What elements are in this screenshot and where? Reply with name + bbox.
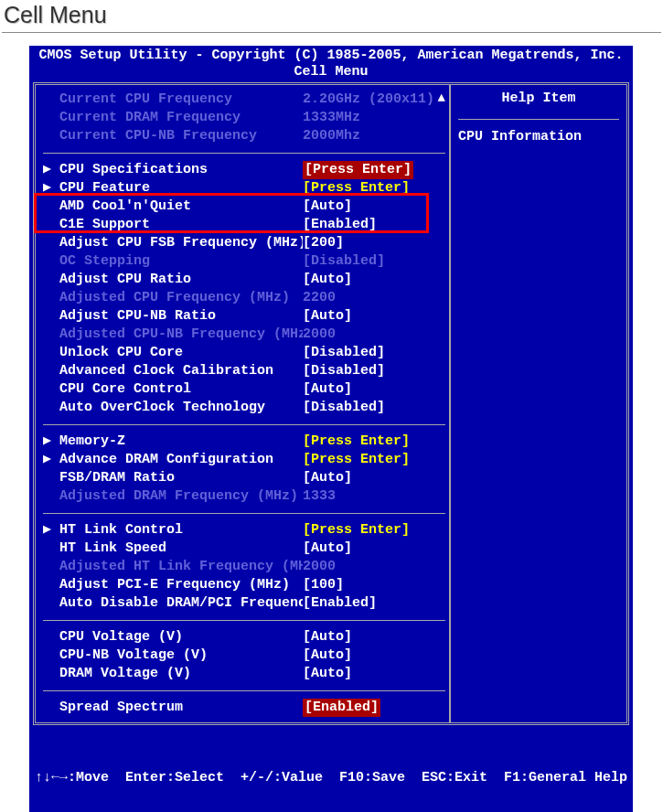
left-pane: ▲ Current CPU Frequency2.20GHz (200x11) … — [36, 85, 451, 722]
menu-label: DRAM Voltage (V) — [43, 665, 303, 683]
menu-row[interactable]: CPU Voltage (V)[Auto] — [43, 628, 445, 646]
menu-value: 1333MHz — [303, 109, 445, 127]
indent — [43, 594, 59, 613]
indent — [43, 699, 59, 717]
separator — [43, 424, 445, 425]
menu-row[interactable]: ▶ CPU Feature[Press Enter] — [43, 179, 445, 198]
separator — [43, 513, 445, 514]
menu-row[interactable]: C1E Support[Enabled] — [43, 216, 445, 234]
menu-row[interactable]: DRAM Voltage (V)[Auto] — [43, 665, 445, 683]
menu-row[interactable]: Auto OverClock Technology[Disabled] — [43, 399, 445, 417]
menu-label: CPU Core Control — [43, 380, 303, 399]
footer-bar: ↑↓←→:Move Enter:Select +/-/:Value F10:Sa… — [29, 727, 633, 812]
menu-value[interactable]: [Auto] — [303, 271, 445, 289]
indent — [43, 271, 59, 289]
menu-row[interactable]: CPU-NB Voltage (V)[Auto] — [43, 646, 445, 665]
menu-label: Adjust CPU Ratio — [43, 271, 303, 289]
indent — [43, 344, 59, 362]
menu-label: Current CPU Frequency — [43, 91, 303, 109]
menu-value: 2000 — [303, 558, 445, 576]
menu-row: Adjusted CPU Frequency (MHz)2200 — [43, 289, 445, 307]
scroll-up-icon[interactable]: ▲ — [438, 91, 445, 105]
help-title: Help Item — [458, 91, 619, 120]
menu-label: Adjust PCI-E Frequency (MHz) — [43, 576, 303, 594]
indent — [43, 628, 59, 646]
menu-row[interactable]: Unlock CPU Core[Disabled] — [43, 344, 445, 362]
menu-label: ▶ CPU Feature — [43, 179, 303, 198]
menu-label: Advanced Clock Calibration — [43, 362, 303, 380]
menu-value[interactable]: [Auto] — [303, 469, 445, 487]
menu-value[interactable]: [Press Enter] — [303, 161, 445, 179]
menu-value[interactable]: [Press Enter] — [303, 451, 445, 469]
indent — [43, 216, 59, 234]
submenu-arrow-icon: ▶ — [43, 161, 59, 179]
separator — [43, 153, 445, 154]
menu-value[interactable]: [Press Enter] — [303, 521, 445, 540]
indent — [43, 289, 59, 307]
menu-row[interactable]: Auto Disable DRAM/PCI Frequency[Enabled] — [43, 594, 445, 613]
indent — [43, 540, 59, 558]
menu-row[interactable]: AMD Cool'n'Quiet[Auto] — [43, 198, 445, 216]
menu-row[interactable]: ▶ Memory-Z[Press Enter] — [43, 433, 445, 451]
bios-window: CMOS Setup Utility - Copyright (C) 1985-… — [29, 46, 633, 812]
menu-row[interactable]: ▶ CPU Specifications[Press Enter] — [43, 161, 445, 179]
menu-value: 2200 — [303, 289, 445, 307]
indent — [43, 109, 59, 127]
menu-value[interactable]: [Auto] — [303, 380, 445, 399]
menu-label: ▶ Advance DRAM Configuration — [43, 451, 303, 469]
menu-value[interactable]: [Disabled] — [303, 344, 445, 362]
menu-row[interactable]: Advanced Clock Calibration[Disabled] — [43, 362, 445, 380]
menu-value: [Disabled] — [303, 252, 445, 271]
menu-value[interactable]: [Press Enter] — [303, 179, 445, 198]
indent — [43, 399, 59, 417]
menu-label: FSB/DRAM Ratio — [43, 469, 303, 487]
menu-row[interactable]: CPU Core Control[Auto] — [43, 380, 445, 399]
menu-row[interactable]: HT Link Speed[Auto] — [43, 540, 445, 558]
indent — [43, 252, 59, 271]
menu-value[interactable]: [Disabled] — [303, 362, 445, 380]
indent — [43, 558, 59, 576]
menu-value[interactable]: [100] — [303, 576, 445, 594]
indent — [43, 198, 59, 216]
title-rule — [2, 32, 661, 33]
menu-label: Adjusted CPU Frequency (MHz) — [43, 289, 303, 307]
menu-label: CPU-NB Voltage (V) — [43, 646, 303, 665]
menu-row[interactable]: Adjust CPU FSB Frequency (MHz)[200] — [43, 234, 445, 252]
menu-value[interactable]: [Press Enter] — [303, 433, 445, 451]
menu-value: 1333 — [303, 487, 445, 506]
menu-label: Current DRAM Frequency — [43, 109, 303, 127]
menu-row[interactable]: FSB/DRAM Ratio[Auto] — [43, 469, 445, 487]
submenu-arrow-icon: ▶ — [43, 451, 59, 469]
menu-row[interactable]: Adjust CPU-NB Ratio[Auto] — [43, 307, 445, 326]
bios-header-line2: Cell Menu — [29, 64, 633, 80]
menu-value[interactable]: [Auto] — [303, 307, 445, 326]
bios-header-line1: CMOS Setup Utility - Copyright (C) 1985-… — [29, 48, 633, 64]
menu-value[interactable]: [200] — [303, 234, 445, 252]
indent — [43, 576, 59, 594]
menu-label: Adjusted CPU-NB Frequency (MHz) — [43, 326, 303, 344]
menu-label: OC Stepping — [43, 252, 303, 271]
menu-value[interactable]: [Auto] — [303, 628, 445, 646]
menu-row[interactable]: Adjust CPU Ratio[Auto] — [43, 271, 445, 289]
menu-value[interactable]: [Auto] — [303, 540, 445, 558]
indent — [43, 326, 59, 344]
menu-value[interactable]: [Disabled] — [303, 399, 445, 417]
menu-row[interactable]: ▶ Advance DRAM Configuration[Press Enter… — [43, 451, 445, 469]
menu-label: Current CPU-NB Frequency — [43, 127, 303, 145]
menu-row[interactable]: Adjust PCI-E Frequency (MHz)[100] — [43, 576, 445, 594]
menu-value[interactable]: [Auto] — [303, 646, 445, 665]
menu-value[interactable]: [Auto] — [303, 665, 445, 683]
menu-row[interactable]: ▶ HT Link Control[Press Enter] — [43, 521, 445, 540]
indent — [43, 487, 59, 506]
page-title: Cell Menu — [0, 0, 663, 32]
menu-value[interactable]: [Enabled] — [303, 594, 445, 613]
submenu-arrow-icon: ▶ — [43, 179, 59, 198]
indent — [43, 665, 59, 683]
menu-value[interactable]: [Enabled] — [303, 699, 445, 717]
menu-value[interactable]: [Enabled] — [303, 216, 445, 234]
menu-value[interactable]: [Auto] — [303, 198, 445, 216]
menu-label: Spread Spectrum — [43, 699, 303, 717]
menu-row[interactable]: Spread Spectrum[Enabled] — [43, 699, 445, 717]
menu-label: Adjust CPU FSB Frequency (MHz) — [43, 234, 303, 252]
menu-label: CPU Voltage (V) — [43, 628, 303, 646]
